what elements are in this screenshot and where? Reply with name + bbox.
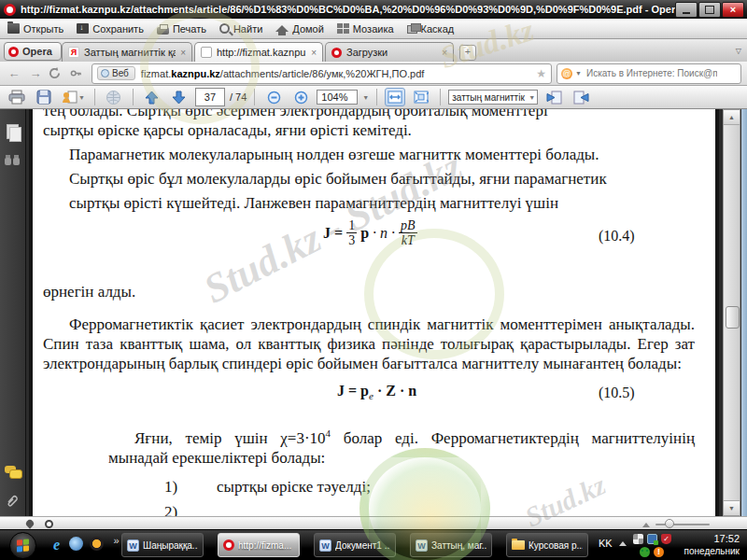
language-indicator[interactable]: KK [599,538,613,549]
fit-width-button[interactable] [385,88,405,106]
tray-agent-icon[interactable] [640,547,650,557]
doc-paragraph: Яғни, темір үшін χ=3·104 болар еді. Ферр… [108,424,695,468]
chevron-down-icon[interactable]: ▼ [575,70,582,77]
close-button[interactable]: × [722,2,744,18]
maximize-button[interactable] [698,2,721,18]
new-tab-button[interactable]: + [459,45,476,61]
minimize-icon [683,12,690,14]
previous-page-button[interactable] [141,88,163,106]
binoculars-icon[interactable] [5,158,11,165]
pdf-find-input[interactable] [449,91,529,104]
taskbar: e » W Шаңыраққа... http://fizma... W Док… [0,529,747,560]
url-field[interactable]: Веб fizmat.kaznpu.kz/attachments/article… [92,63,552,84]
tab-downloads[interactable]: Загрузки × [325,42,454,62]
scroll-up-icon[interactable]: ▲ [724,110,740,125]
tab-bar: Opera Я Заттың магниттік қаси... × http:… [0,39,747,63]
zoom-in-button[interactable] [289,88,312,106]
taskbar-button-word-2[interactable]: W Документ1 ... [314,533,396,557]
status-opera-icon[interactable] [45,520,53,528]
tray-expand-icon[interactable] [619,541,627,546]
cascade-button[interactable]: Каскад [407,23,455,35]
doc-list-item: 2) [164,502,695,516]
word-icon: W [416,539,428,552]
doc-line: сыртқы өріске қарсы орналасады, яғни өрі… [43,120,695,140]
print-button[interactable]: Печать [157,23,206,35]
quicklaunch-app-icon[interactable] [69,537,83,551]
tray-network-icon[interactable] [647,534,657,544]
next-page-button[interactable] [168,88,190,106]
zoom-level-field[interactable]: 104% [317,90,358,105]
taskbar-button-opera[interactable]: http://fizma... [218,533,300,557]
chevron-down-icon[interactable]: ▼ [362,94,369,101]
vertical-scrollbar[interactable]: ▲ ▼ [723,109,740,516]
clock[interactable]: 17:52 понедельник [684,533,740,557]
comments-icon[interactable] [5,466,16,473]
yandex-favicon-icon: Я [68,47,79,58]
pdf-find-field[interactable]: ▼ [448,90,538,105]
start-button[interactable] [9,532,36,559]
tile-button[interactable]: Мозаика [337,23,394,35]
chevron-down-icon[interactable]: ▼ [529,94,535,101]
printer-icon [8,90,25,105]
web-badge: Веб [97,66,135,80]
tray-alert-icon[interactable]: ! [654,547,664,557]
zoom-slider[interactable] [655,524,710,525]
doc-paragraph: Сыртқы өріс бұл молекулаларды өріс бойым… [43,169,695,189]
find-next-button[interactable] [570,88,592,106]
forward-button[interactable]: → [27,66,44,80]
windows-logo-icon [17,539,29,552]
pdf-collaborate-button[interactable]: ▼ [60,88,87,106]
fit-page-button[interactable] [410,88,432,106]
address-bar: ← → Веб fizmat.kaznpu.kz/attachments/art… [0,62,747,86]
bookmark-star-icon[interactable]: ★ [536,67,546,80]
arrow-down-icon [172,91,186,105]
cascade-icon [407,25,417,34]
tab-close-icon[interactable]: × [180,48,186,58]
minimize-button[interactable] [675,2,698,18]
tab-fizmat-pdf[interactable]: http://fizmat.kaznpu.kz... × [194,42,323,62]
pdf-save-button[interactable] [33,88,55,106]
screen: http://fizmat.kaznpu.kz/attachments/arti… [0,0,747,560]
scroll-down-icon[interactable]: ▼ [724,500,740,515]
home-icon [275,25,289,32]
tab-close-icon[interactable]: × [442,48,447,58]
opera-icon [223,539,234,551]
scrollbar-thumb[interactable] [726,306,740,329]
opera-favicon-icon [331,48,342,58]
pdf-print-button[interactable] [6,88,28,106]
tab-zattyn[interactable]: Я Заттың магниттік қаси... × [62,42,192,62]
zoom-slider-knob[interactable] [665,519,674,528]
open-button[interactable]: Открыть [7,23,63,35]
find-button[interactable]: Найти [219,23,262,35]
zoom-out-button[interactable] [262,88,285,106]
search-input[interactable] [585,67,719,79]
doc-list-item: 1)сыртқы өріске тәуелді; [164,477,695,497]
save-button[interactable]: Сохранить [77,23,144,35]
web-search-field[interactable]: @ ▼ [557,63,741,84]
taskbar-button-word-3[interactable]: W Заттың, маг... [410,533,492,557]
home-button[interactable]: Домой [275,23,324,35]
pages-panel-icon[interactable] [7,124,19,139]
clock-time: 17:52 [684,533,740,545]
taskbar-button-word-1[interactable]: W Шаңыраққа... [121,533,204,557]
find-previous-button[interactable] [543,88,565,106]
find-next-icon [573,91,589,105]
quicklaunch-ie-icon[interactable]: e [49,537,64,553]
save-icon [77,23,89,34]
reload-button[interactable] [49,67,65,79]
fit-toggle-icon[interactable] [642,523,650,527]
page-number-input[interactable] [195,88,225,106]
tray-grid-icon[interactable] [633,534,643,544]
opera-menu-button[interactable]: Opera [4,42,62,61]
attachments-paperclip-icon[interactable] [5,494,21,510]
key-button[interactable] [70,67,87,79]
tab-overflow-icon[interactable]: ▽ [736,47,741,55]
quicklaunch-daemon-icon[interactable] [90,537,104,551]
tab-close-icon[interactable]: × [311,48,317,58]
minus-circle-icon [267,91,281,105]
back-button[interactable]: ← [6,66,22,80]
tray-antivirus-icon[interactable]: ✓ [661,534,671,544]
pdf-share-button[interactable] [103,88,125,106]
status-drop-icon[interactable] [24,518,35,528]
taskbar-button-folder[interactable]: Курсовая р... [506,533,588,557]
